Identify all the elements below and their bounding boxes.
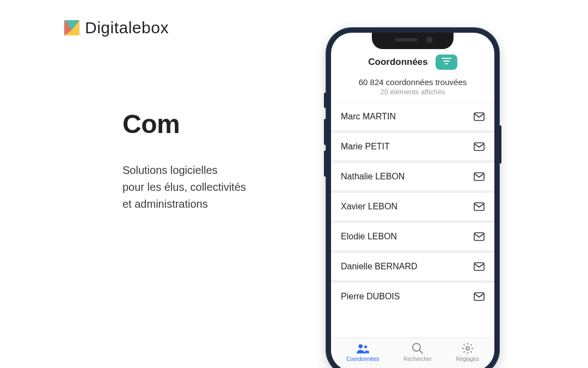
hero-sub-line: et administrations [122,196,308,213]
gear-icon [461,342,474,354]
contact-row[interactable]: Nathalie LEBON [331,163,494,190]
contact-row[interactable]: Elodie LEBON [331,223,494,250]
nav-label: Coordonnées [346,356,379,362]
bottom-nav: Coordonnées Rechercher [331,337,494,368]
brand: Digitalebox [64,19,169,37]
search-icon [411,342,424,354]
mail-icon[interactable] [474,142,485,151]
mail-icon[interactable] [474,262,485,271]
mail-icon[interactable] [474,202,485,211]
nav-tab-rechercher[interactable]: Rechercher [403,342,432,362]
contact-name: Elodie LEBON [341,232,397,242]
topbar-title: Coordonnées [368,57,428,68]
mail-icon[interactable] [474,112,485,121]
mail-icon[interactable] [474,172,485,181]
nav-label: Réglages [456,356,479,362]
hero-sub-line: pour les élus, collectivités [122,179,308,196]
hero-title: Com [122,109,308,139]
phone-side-button [499,125,501,164]
svg-point-17 [466,347,469,350]
hero: Com Solutions logicielles pour les élus,… [122,109,308,213]
app: Coordonnées 60 824 [331,33,494,368]
phone-notch [372,33,454,49]
results-found: 60 824 coordonnées trouvées [336,77,489,87]
contact-name: Pierre DUBOIS [341,292,400,301]
contact-row[interactable]: Danielle BERNARD [331,253,494,280]
nav-tab-coordonnees[interactable]: Coordonnées [346,342,379,362]
nav-label: Rechercher [403,356,432,362]
phone-side-button [324,150,326,177]
hero-subtitle: Solutions logicielles pour les élus, col… [122,162,308,213]
contacts-list[interactable]: Marc MARTINMarie PETITNathalie LEBONXavi… [331,103,494,337]
phone-side-button [324,93,326,108]
contact-row[interactable]: Marie PETIT [331,133,494,160]
contact-name: Xavier LEBON [341,202,397,212]
svg-point-15 [413,343,420,351]
people-icon [356,342,369,354]
results-shown: 20 éléments affichés [336,88,489,96]
mail-icon[interactable] [474,232,485,241]
phone-mockup: Coordonnées 60 824 [326,27,500,368]
filter-button[interactable] [436,55,457,70]
hero-sub-line: Solutions logicielles [122,162,308,179]
svg-point-13 [359,345,363,348]
mail-icon[interactable] [474,292,485,301]
contact-row[interactable]: Marc MARTIN [331,103,494,130]
contact-name: Danielle BERNARD [341,262,418,272]
phone-side-button [324,119,326,145]
phone-screen: Coordonnées 60 824 [331,33,494,368]
contact-row[interactable]: Xavier LEBON [331,193,494,220]
contact-name: Marc MARTIN [341,112,396,122]
nav-tab-reglages[interactable]: Réglages [456,342,479,362]
filter-icon [441,57,452,67]
contact-row[interactable]: Pierre DUBOIS [331,283,494,310]
contact-name: Marie PETIT [341,142,390,152]
svg-line-16 [420,351,422,353]
contact-name: Nathalie LEBON [341,172,405,182]
results-summary: 60 824 coordonnées trouvées 20 éléments … [331,73,494,102]
svg-point-14 [364,345,367,348]
brand-name: Digitalebox [85,19,169,37]
brand-logo-icon [64,20,79,35]
